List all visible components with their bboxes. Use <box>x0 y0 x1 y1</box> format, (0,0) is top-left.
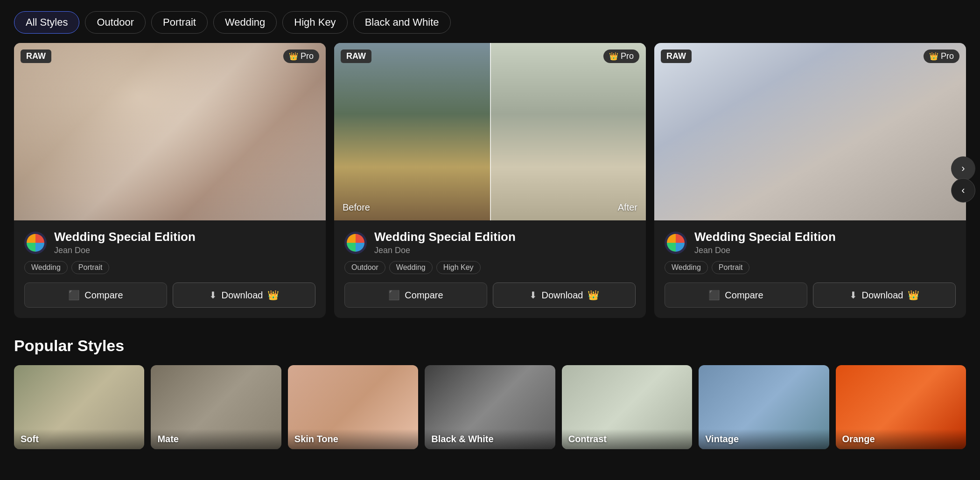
card-1-tags: Wedding Portrait <box>24 261 315 274</box>
card-3-compare-button[interactable]: ⬛ Compare <box>665 282 807 308</box>
popular-vintage-label: Vintage <box>699 429 829 449</box>
card-1-pro-badge: 👑 Pro <box>283 49 319 63</box>
card-2-header: Wedding Special Edition Jean Doe <box>344 230 636 255</box>
popular-card-vintage[interactable]: Vintage <box>699 365 829 449</box>
card-1-avatar <box>24 232 47 254</box>
download-crown-icon: 👑 <box>267 289 279 301</box>
tab-portrait[interactable]: Portrait <box>151 11 208 34</box>
tag-portrait-3: Portrait <box>712 261 750 274</box>
carousel-next-button[interactable]: › <box>951 156 975 181</box>
popular-contrast-label: Contrast <box>562 429 692 449</box>
tab-outdoor[interactable]: Outdoor <box>85 11 146 34</box>
popular-card-soft[interactable]: Soft <box>14 365 144 449</box>
card-2: RAW 👑 Pro Before After <box>334 43 646 318</box>
popular-card-mate[interactable]: Mate <box>151 365 281 449</box>
popular-card-orange[interactable]: Orange <box>836 365 966 449</box>
tag-wedding-3: Wedding <box>665 261 708 274</box>
card-1-compare-button[interactable]: ⬛ Compare <box>24 282 167 308</box>
card-3-title: Wedding Special Edition <box>694 230 836 244</box>
card-2-author: Jean Doe <box>374 246 516 255</box>
card-3-header: Wedding Special Edition Jean Doe <box>665 230 956 255</box>
compare-icon: ⬛ <box>68 289 80 301</box>
card-3-actions: ⬛ Compare ⬇ Download 👑 <box>665 282 956 308</box>
card-3-author: Jean Doe <box>694 246 836 255</box>
card-3-pro-badge: 👑 Pro <box>924 49 959 63</box>
card-3: RAW 👑 Pro Wedding Special Edition Jean D… <box>654 43 966 318</box>
tab-black-and-white[interactable]: Black and White <box>353 11 451 34</box>
popular-skintone-label: Skin Tone <box>288 429 418 449</box>
card-2-actions: ⬛ Compare ⬇ Download 👑 <box>344 282 636 308</box>
download-crown-icon-2: 👑 <box>588 289 599 301</box>
card-2-raw-badge: RAW <box>341 49 371 63</box>
card-1-image: RAW 👑 Pro <box>14 43 326 220</box>
card-3-raw-badge: RAW <box>661 49 692 63</box>
tab-high-key[interactable]: High Key <box>282 11 347 34</box>
card-3-tags: Wedding Portrait <box>665 261 956 274</box>
card-1-title: Wedding Special Edition <box>54 230 196 244</box>
tag-wedding-2: Wedding <box>389 261 433 274</box>
card-2-image: RAW 👑 Pro Before After <box>334 43 646 220</box>
filter-tabs: All Styles Outdoor Portrait Wedding High… <box>0 0 980 43</box>
carousel-prev-button[interactable]: ‹ <box>951 178 975 202</box>
card-3-title-block: Wedding Special Edition Jean Doe <box>694 230 836 255</box>
card-1-header: Wedding Special Edition Jean Doe <box>24 230 315 255</box>
card-2-info: Wedding Special Edition Jean Doe Outdoor… <box>334 220 646 318</box>
popular-section: Popular Styles Soft Mate Skin Tone Black… <box>0 318 980 459</box>
card-1-title-block: Wedding Special Edition Jean Doe <box>54 230 196 255</box>
card-2-download-button[interactable]: ⬇ Download 👑 <box>493 282 636 308</box>
card-3-info: Wedding Special Edition Jean Doe Wedding… <box>654 220 966 318</box>
tag-outdoor: Outdoor <box>344 261 385 274</box>
popular-card-skintone[interactable]: Skin Tone <box>288 365 418 449</box>
popular-grid: Soft Mate Skin Tone Black & White Contra… <box>14 365 966 449</box>
card-3-download-button[interactable]: ⬇ Download 👑 <box>813 282 956 308</box>
card-1-actions: ⬛ Compare ⬇ Download 👑 <box>24 282 315 308</box>
card-1: RAW 👑 Pro Wedding Special Edition Jean D… <box>14 43 326 318</box>
card-3-photo <box>654 43 966 220</box>
card-2-avatar <box>344 232 367 254</box>
before-after-divider <box>490 43 491 220</box>
cards-container: RAW 👑 Pro Wedding Special Edition Jean D… <box>14 43 966 318</box>
download-crown-icon-3: 👑 <box>908 289 919 301</box>
crown-icon-2: 👑 <box>609 52 618 61</box>
card-2-compare-button[interactable]: ⬛ Compare <box>344 282 487 308</box>
card-1-author: Jean Doe <box>54 246 196 255</box>
card-1-info: Wedding Special Edition Jean Doe Wedding… <box>14 220 326 318</box>
avatar-logo <box>27 234 44 252</box>
tag-portrait: Portrait <box>71 261 110 274</box>
card-2-tags: Outdoor Wedding High Key <box>344 261 636 274</box>
card-2-title-block: Wedding Special Edition Jean Doe <box>374 230 516 255</box>
photo-after-half <box>490 43 646 220</box>
tag-wedding: Wedding <box>24 261 68 274</box>
card-2-pro-badge: 👑 Pro <box>603 49 639 63</box>
card-3-avatar <box>665 232 687 254</box>
card-1-download-button[interactable]: ⬇ Download 👑 <box>173 282 315 308</box>
cards-section: RAW 👑 Pro Wedding Special Edition Jean D… <box>0 43 980 318</box>
compare-icon-3: ⬛ <box>708 289 720 301</box>
popular-bw-label: Black & White <box>425 429 555 449</box>
compare-icon-2: ⬛ <box>388 289 400 301</box>
crown-icon-3: 👑 <box>929 52 938 61</box>
tab-wedding[interactable]: Wedding <box>213 11 277 34</box>
card-1-photo <box>14 43 326 220</box>
card-1-raw-badge: RAW <box>21 49 51 63</box>
card-2-title: Wedding Special Edition <box>374 230 516 244</box>
popular-title: Popular Styles <box>14 337 966 355</box>
crown-icon: 👑 <box>289 52 298 61</box>
tag-highkey: High Key <box>436 261 481 274</box>
after-label: After <box>618 202 637 213</box>
card-2-photo: Before After <box>334 43 646 220</box>
popular-card-bw[interactable]: Black & White <box>425 365 555 449</box>
photo-before-half <box>334 43 490 220</box>
popular-mate-label: Mate <box>151 429 281 449</box>
before-label: Before <box>343 202 370 213</box>
avatar-logo-3 <box>667 234 685 252</box>
download-icon-2: ⬇ <box>529 289 537 301</box>
avatar-logo-2 <box>347 234 364 252</box>
popular-card-contrast[interactable]: Contrast <box>562 365 692 449</box>
download-icon-3: ⬇ <box>849 289 857 301</box>
popular-soft-label: Soft <box>14 429 144 449</box>
popular-orange-label: Orange <box>836 429 966 449</box>
download-icon: ⬇ <box>209 289 217 301</box>
tab-all-styles[interactable]: All Styles <box>14 11 79 34</box>
card-3-image: RAW 👑 Pro <box>654 43 966 220</box>
